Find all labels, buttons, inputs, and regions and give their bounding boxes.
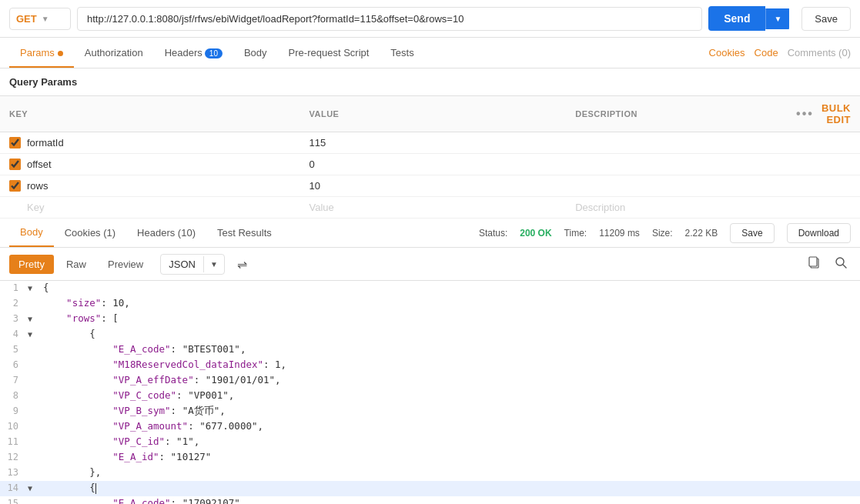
placeholder-value: Value	[309, 202, 333, 213]
response-cookies-tab[interactable]: Cookies (1)	[54, 219, 126, 246]
code-line: 4▼ {	[0, 327, 860, 342]
search-icon[interactable]	[831, 252, 851, 275]
line-number: 7	[0, 374, 28, 386]
send-caret-button[interactable]: ▼	[765, 8, 789, 29]
tab-body[interactable]: Body	[233, 38, 278, 68]
line-content: "E_A_code": "17092107",	[40, 497, 860, 504]
status-label: Status:	[479, 228, 507, 239]
line-content: "VP_C_code": "VP001",	[40, 389, 860, 401]
line-toggle-icon	[28, 359, 40, 361]
line-content: "size": 10,	[40, 297, 860, 309]
line-content: "VP_B_sym": "A货币",	[40, 405, 860, 418]
view-tab-pretty[interactable]: Pretty	[9, 255, 54, 274]
line-toggle-icon	[28, 343, 40, 345]
size-label: Size:	[652, 228, 673, 239]
code-line: 7 "VP_A_effDate": "1901/01/01",	[0, 373, 860, 389]
tab-prerequest[interactable]: Pre-request Script	[278, 38, 380, 68]
line-toggle-icon[interactable]: ▼	[28, 482, 40, 492]
params-table: KEY VALUE DESCRIPTION ••• Bulk Edit form…	[0, 96, 860, 219]
format-caret-icon[interactable]: ▼	[203, 256, 224, 272]
status-value: 200 OK	[520, 228, 551, 239]
line-number: 5	[0, 343, 28, 355]
line-content: "M18ReservedCol_dataIndex": 1,	[40, 359, 860, 370]
view-tab-raw[interactable]: Raw	[57, 255, 95, 274]
download-button[interactable]: Download	[787, 223, 851, 243]
key-cell-3: rows	[27, 180, 48, 192]
line-number: 3	[0, 312, 28, 324]
top-right-links: Cookies Code Comments (0)	[709, 47, 851, 58]
line-content: {	[40, 482, 860, 494]
row-checkbox-1[interactable]	[9, 137, 21, 149]
code-line: 8 "VP_C_code": "VP001",	[0, 389, 860, 404]
cookies-link[interactable]: Cookies	[709, 47, 745, 58]
method-select[interactable]: GET ▼	[9, 8, 71, 30]
th-value: VALUE	[299, 96, 566, 132]
value-cell-1: 115	[309, 137, 326, 149]
line-number: 6	[0, 359, 28, 370]
response-headers-tab[interactable]: Headers (10)	[126, 219, 206, 246]
view-tab-preview[interactable]: Preview	[99, 255, 152, 274]
key-cell-1: formatId	[27, 137, 64, 149]
line-toggle-icon	[28, 297, 40, 299]
size-value: 2.22 KB	[685, 228, 718, 239]
tab-params[interactable]: Params	[9, 38, 74, 68]
code-line: 14▼ {	[0, 481, 860, 496]
line-toggle-icon[interactable]: ▼	[28, 328, 40, 339]
bulk-edit-button[interactable]: Bulk Edit	[822, 102, 851, 125]
tab-authorization[interactable]: Authorization	[74, 38, 154, 68]
code-link[interactable]: Code	[755, 47, 778, 58]
line-content: {	[40, 328, 860, 339]
line-content: "E_A_id": "10127"	[40, 451, 860, 462]
view-right-actions	[805, 252, 851, 275]
line-toggle-icon	[28, 374, 40, 376]
send-button[interactable]: Send	[708, 6, 765, 31]
table-row: rows 10	[0, 175, 860, 197]
line-content: "E_A_code": "BTEST001",	[40, 343, 860, 355]
line-toggle-icon[interactable]: ▼	[28, 312, 40, 323]
method-value: GET	[16, 13, 37, 25]
wrap-icon[interactable]: ⇌	[234, 254, 250, 275]
url-input[interactable]	[77, 7, 702, 31]
line-toggle-icon	[28, 389, 40, 392]
table-row-placeholder: Key Value Description	[0, 197, 860, 219]
line-toggle-icon	[28, 436, 40, 438]
format-select[interactable]: JSON ▼	[160, 254, 225, 275]
code-line: 3▼ "rows": [	[0, 312, 860, 327]
line-number: 8	[0, 389, 28, 401]
format-value: JSON	[161, 255, 203, 274]
row-checkbox-2[interactable]	[9, 159, 21, 170]
params-dot	[58, 51, 63, 56]
query-params-title: Query Params	[0, 68, 860, 96]
test-results-tab[interactable]: Test Results	[206, 219, 283, 246]
line-number: 4	[0, 328, 28, 339]
tab-tests[interactable]: Tests	[380, 38, 424, 68]
line-content: {	[40, 282, 860, 293]
line-content: "VP_C_id": "1",	[40, 436, 860, 447]
comments-link[interactable]: Comments (0)	[788, 47, 851, 58]
th-description: DESCRIPTION	[566, 96, 787, 132]
line-content: "VP_A_effDate": "1901/01/01",	[40, 374, 860, 386]
code-line: 5 "E_A_code": "BTEST001",	[0, 342, 860, 358]
line-number: 10	[0, 420, 28, 432]
table-row: offset 0	[0, 154, 860, 175]
response-save-button[interactable]: Save	[730, 223, 774, 243]
code-line: 11 "VP_C_id": "1",	[0, 435, 860, 450]
code-line: 12 "E_A_id": "10127"	[0, 450, 860, 466]
line-toggle-icon[interactable]: ▼	[28, 282, 40, 292]
time-value: 11209 ms	[599, 228, 640, 239]
th-key: KEY	[0, 96, 299, 132]
line-number: 14	[0, 482, 28, 493]
line-number: 11	[0, 436, 28, 447]
line-number: 12	[0, 451, 28, 462]
line-toggle-icon	[28, 420, 40, 422]
placeholder-description: Description	[575, 202, 625, 213]
copy-icon[interactable]	[805, 252, 825, 275]
more-options-icon[interactable]: •••	[796, 107, 814, 121]
code-line: 1▼{	[0, 281, 860, 296]
response-body-tab[interactable]: Body	[9, 219, 54, 247]
code-line: 2 "size": 10,	[0, 296, 860, 312]
row-checkbox-3[interactable]	[9, 180, 21, 192]
save-button[interactable]: Save	[801, 7, 851, 31]
code-line: 9 "VP_B_sym": "A货币",	[0, 404, 860, 419]
tab-headers[interactable]: Headers10	[154, 38, 233, 68]
